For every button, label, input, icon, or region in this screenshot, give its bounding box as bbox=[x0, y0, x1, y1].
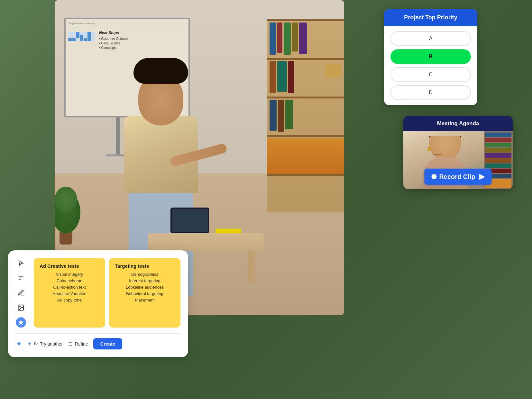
text-tool-button[interactable] bbox=[16, 273, 26, 283]
targeting-item-5: Placement bbox=[115, 298, 175, 302]
priority-option-d[interactable]: D bbox=[390, 85, 471, 100]
toolbar-card: Ad Creative tests Visual imagery Color s… bbox=[8, 250, 188, 357]
ad-creative-item-4: Headline Variation bbox=[40, 291, 99, 296]
plant bbox=[55, 180, 77, 245]
tablet bbox=[170, 208, 209, 233]
priority-card-header: Project Top Priority bbox=[384, 9, 477, 26]
ad-creative-item-3: Call-to-action text bbox=[40, 285, 99, 290]
cursor-tool-button[interactable] bbox=[16, 258, 26, 268]
draw-tool-button[interactable] bbox=[16, 288, 26, 298]
targeting-title: Targeting tests bbox=[115, 263, 175, 269]
record-clip-button[interactable]: Record Clip ▶ bbox=[424, 169, 491, 185]
targeting-item-1: Demographics bbox=[115, 272, 175, 277]
whiteboard-next-steps: Next Steps bbox=[99, 31, 186, 35]
priority-card-title: Project Top Priority bbox=[404, 14, 457, 21]
toolbar-bottom: ✦ ✦ ↻ Try another Refine Create bbox=[16, 333, 180, 349]
priority-option-b[interactable]: B bbox=[390, 49, 471, 64]
book-on-table bbox=[216, 229, 241, 233]
refresh-icon: ↻ bbox=[33, 340, 38, 347]
cursor-icon: ▶ bbox=[479, 172, 485, 181]
table-leg-right bbox=[248, 251, 255, 283]
targeting-item-4: Behavioral targeting bbox=[115, 291, 175, 296]
svg-point-1 bbox=[19, 306, 20, 307]
priority-option-c[interactable]: C bbox=[390, 67, 471, 82]
try-another-button[interactable]: ✦ ↻ Try another bbox=[27, 340, 63, 347]
image-tool-button[interactable] bbox=[16, 302, 26, 313]
table-top bbox=[148, 233, 264, 251]
whiteboard-header: Project Feature Roadmap bbox=[66, 19, 188, 28]
record-clip-label: Record Clip bbox=[439, 173, 475, 181]
toolbar-icons bbox=[16, 258, 29, 328]
create-button[interactable]: Create bbox=[93, 338, 123, 349]
ad-creative-item-1: Visual imagery bbox=[40, 272, 99, 277]
toolbar-layout: Ad Creative tests Visual imagery Color s… bbox=[16, 258, 180, 328]
meeting-card-header: Meeting Agenda bbox=[403, 116, 513, 131]
ai-tool-button[interactable] bbox=[16, 317, 26, 328]
whiteboard-item-3: • Campaign ... bbox=[99, 46, 186, 50]
try-another-label: Try another bbox=[40, 341, 63, 347]
whiteboard-item-1: • Customer Outreach bbox=[99, 37, 186, 41]
meeting-card: Meeting Agenda bbox=[403, 116, 513, 189]
targeting-card: Targeting tests Demographics Interest ta… bbox=[109, 258, 180, 328]
targeting-item-3: Lookalike audiences bbox=[115, 285, 175, 290]
meeting-video-area: Record Clip ▶ bbox=[403, 131, 513, 189]
refine-label: Refine bbox=[75, 341, 88, 347]
refine-icon bbox=[68, 341, 73, 347]
try-another-sparkle-icon: ✦ bbox=[27, 341, 32, 347]
priority-card-body: A B C D bbox=[384, 26, 477, 105]
ad-creative-title: Ad Creative tests bbox=[40, 263, 99, 269]
create-label: Create bbox=[100, 341, 115, 347]
content-cards: Ad Creative tests Visual imagery Color s… bbox=[34, 258, 180, 328]
ad-creative-card: Ad Creative tests Visual imagery Color s… bbox=[34, 258, 105, 328]
ad-creative-item-2: Color scheme bbox=[40, 278, 99, 283]
sparkle-icon-large: ✦ bbox=[16, 339, 22, 348]
priority-option-a[interactable]: A bbox=[390, 31, 471, 46]
meeting-card-title: Meeting Agenda bbox=[437, 120, 479, 126]
bookshelf bbox=[267, 19, 344, 212]
ad-creative-item-5: Ad copy tone bbox=[40, 298, 99, 302]
whiteboard-item-2: • Case Studies bbox=[99, 42, 186, 45]
record-dot-icon bbox=[431, 174, 436, 179]
targeting-item-2: Interest targeting bbox=[115, 278, 175, 283]
refine-button[interactable]: Refine bbox=[68, 341, 88, 347]
priority-card: Project Top Priority A B C D bbox=[384, 9, 477, 105]
storage-box bbox=[267, 138, 344, 174]
